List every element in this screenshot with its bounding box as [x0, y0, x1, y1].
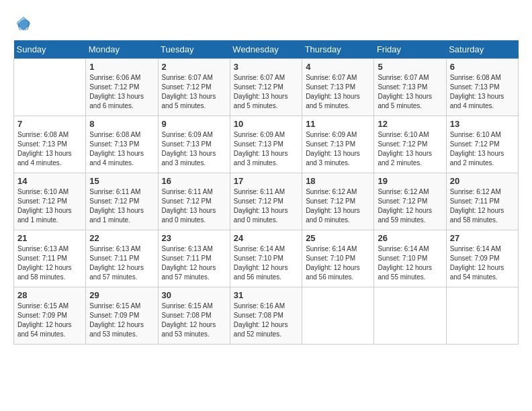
logo-icon	[13, 13, 34, 34]
day-number: 2	[162, 62, 226, 72]
calendar-cell: 16Sunrise: 6:11 AMSunset: 7:12 PMDayligh…	[158, 173, 230, 230]
calendar-week-row: 21Sunrise: 6:13 AMSunset: 7:11 PMDayligh…	[14, 230, 519, 287]
day-number: 6	[450, 62, 515, 72]
day-number: 1	[89, 62, 154, 72]
calendar-cell: 3Sunrise: 6:07 AMSunset: 7:12 PMDaylight…	[230, 59, 302, 116]
day-info: Sunrise: 6:06 AMSunset: 7:12 PMDaylight:…	[89, 73, 154, 111]
weekday-header-thursday: Thursday	[302, 40, 374, 59]
calendar-cell: 21Sunrise: 6:13 AMSunset: 7:11 PMDayligh…	[14, 230, 86, 287]
day-number: 20	[450, 176, 515, 186]
weekday-header-saturday: Saturday	[446, 40, 518, 59]
calendar-cell	[14, 59, 86, 116]
day-number: 9	[162, 119, 226, 129]
day-info: Sunrise: 6:15 AMSunset: 7:09 PMDaylight:…	[17, 302, 82, 339]
calendar-cell: 30Sunrise: 6:15 AMSunset: 7:08 PMDayligh…	[158, 287, 230, 345]
day-number: 4	[306, 62, 370, 72]
day-info: Sunrise: 6:07 AMSunset: 7:12 PMDaylight:…	[162, 73, 226, 111]
calendar-cell: 1Sunrise: 6:06 AMSunset: 7:12 PMDaylight…	[86, 59, 158, 116]
day-info: Sunrise: 6:15 AMSunset: 7:08 PMDaylight:…	[162, 302, 226, 339]
day-info: Sunrise: 6:11 AMSunset: 7:12 PMDaylight:…	[89, 187, 154, 225]
day-info: Sunrise: 6:11 AMSunset: 7:12 PMDaylight:…	[162, 187, 226, 225]
day-number: 10	[234, 119, 298, 129]
calendar-cell: 25Sunrise: 6:14 AMSunset: 7:10 PMDayligh…	[302, 230, 374, 287]
calendar-cell	[374, 287, 446, 345]
day-info: Sunrise: 6:11 AMSunset: 7:12 PMDaylight:…	[234, 187, 298, 225]
day-number: 27	[450, 233, 515, 243]
day-info: Sunrise: 6:13 AMSunset: 7:11 PMDaylight:…	[17, 244, 82, 282]
day-number: 13	[450, 119, 515, 129]
day-info: Sunrise: 6:14 AMSunset: 7:10 PMDaylight:…	[234, 244, 298, 282]
page-header	[13, 13, 519, 34]
weekday-header-tuesday: Tuesday	[158, 40, 230, 59]
day-number: 28	[17, 290, 82, 300]
weekday-header-monday: Monday	[86, 40, 158, 59]
day-number: 14	[17, 176, 82, 186]
calendar-cell: 13Sunrise: 6:10 AMSunset: 7:12 PMDayligh…	[446, 116, 518, 173]
calendar-cell	[446, 287, 518, 345]
calendar-cell: 8Sunrise: 6:08 AMSunset: 7:13 PMDaylight…	[86, 116, 158, 173]
weekday-header-row: SundayMondayTuesdayWednesdayThursdayFrid…	[14, 40, 519, 59]
day-number: 7	[17, 119, 82, 129]
day-info: Sunrise: 6:13 AMSunset: 7:11 PMDaylight:…	[162, 244, 226, 282]
day-info: Sunrise: 6:07 AMSunset: 7:13 PMDaylight:…	[306, 73, 370, 111]
calendar-cell: 27Sunrise: 6:14 AMSunset: 7:09 PMDayligh…	[446, 230, 518, 287]
day-number: 11	[306, 119, 370, 129]
day-number: 8	[89, 119, 154, 129]
calendar-cell: 15Sunrise: 6:11 AMSunset: 7:12 PMDayligh…	[86, 173, 158, 230]
calendar-cell: 24Sunrise: 6:14 AMSunset: 7:10 PMDayligh…	[230, 230, 302, 287]
calendar-cell: 14Sunrise: 6:10 AMSunset: 7:12 PMDayligh…	[14, 173, 86, 230]
day-info: Sunrise: 6:15 AMSunset: 7:09 PMDaylight:…	[89, 302, 154, 339]
calendar-cell: 19Sunrise: 6:12 AMSunset: 7:12 PMDayligh…	[374, 173, 446, 230]
calendar-week-row: 7Sunrise: 6:08 AMSunset: 7:13 PMDaylight…	[14, 116, 519, 173]
calendar-cell: 23Sunrise: 6:13 AMSunset: 7:11 PMDayligh…	[158, 230, 230, 287]
day-info: Sunrise: 6:12 AMSunset: 7:12 PMDaylight:…	[378, 187, 442, 225]
day-info: Sunrise: 6:12 AMSunset: 7:12 PMDaylight:…	[306, 187, 370, 225]
day-info: Sunrise: 6:10 AMSunset: 7:12 PMDaylight:…	[378, 130, 442, 168]
day-number: 24	[234, 233, 298, 243]
day-number: 29	[89, 290, 154, 300]
day-number: 3	[234, 62, 298, 72]
calendar-cell: 6Sunrise: 6:08 AMSunset: 7:13 PMDaylight…	[446, 59, 518, 116]
calendar-cell: 26Sunrise: 6:14 AMSunset: 7:10 PMDayligh…	[374, 230, 446, 287]
day-info: Sunrise: 6:08 AMSunset: 7:13 PMDaylight:…	[450, 73, 515, 111]
calendar-header: SundayMondayTuesdayWednesdayThursdayFrid…	[14, 40, 519, 59]
calendar-cell: 20Sunrise: 6:12 AMSunset: 7:11 PMDayligh…	[446, 173, 518, 230]
calendar-cell: 5Sunrise: 6:07 AMSunset: 7:13 PMDaylight…	[374, 59, 446, 116]
calendar-cell: 12Sunrise: 6:10 AMSunset: 7:12 PMDayligh…	[374, 116, 446, 173]
day-info: Sunrise: 6:08 AMSunset: 7:13 PMDaylight:…	[89, 130, 154, 168]
day-info: Sunrise: 6:07 AMSunset: 7:13 PMDaylight:…	[378, 73, 442, 111]
calendar-body: 1Sunrise: 6:06 AMSunset: 7:12 PMDaylight…	[14, 59, 519, 345]
day-info: Sunrise: 6:09 AMSunset: 7:13 PMDaylight:…	[306, 130, 370, 168]
day-number: 16	[162, 176, 226, 186]
day-info: Sunrise: 6:14 AMSunset: 7:10 PMDaylight:…	[378, 244, 442, 282]
day-info: Sunrise: 6:09 AMSunset: 7:13 PMDaylight:…	[162, 130, 226, 168]
calendar-table: SundayMondayTuesdayWednesdayThursdayFrid…	[13, 40, 519, 345]
calendar-cell: 17Sunrise: 6:11 AMSunset: 7:12 PMDayligh…	[230, 173, 302, 230]
calendar-cell: 28Sunrise: 6:15 AMSunset: 7:09 PMDayligh…	[14, 287, 86, 345]
calendar-week-row: 28Sunrise: 6:15 AMSunset: 7:09 PMDayligh…	[14, 287, 519, 345]
calendar-cell: 31Sunrise: 6:16 AMSunset: 7:08 PMDayligh…	[230, 287, 302, 345]
day-info: Sunrise: 6:12 AMSunset: 7:11 PMDaylight:…	[450, 187, 515, 225]
calendar-cell: 7Sunrise: 6:08 AMSunset: 7:13 PMDaylight…	[14, 116, 86, 173]
day-info: Sunrise: 6:10 AMSunset: 7:12 PMDaylight:…	[450, 130, 515, 168]
day-number: 30	[162, 290, 226, 300]
day-number: 22	[89, 233, 154, 243]
weekday-header-sunday: Sunday	[14, 40, 86, 59]
day-number: 31	[234, 290, 298, 300]
day-number: 15	[89, 176, 154, 186]
day-number: 17	[234, 176, 298, 186]
day-number: 26	[378, 233, 442, 243]
calendar-week-row: 1Sunrise: 6:06 AMSunset: 7:12 PMDaylight…	[14, 59, 519, 116]
day-info: Sunrise: 6:09 AMSunset: 7:13 PMDaylight:…	[234, 130, 298, 168]
calendar-cell: 10Sunrise: 6:09 AMSunset: 7:13 PMDayligh…	[230, 116, 302, 173]
calendar-week-row: 14Sunrise: 6:10 AMSunset: 7:12 PMDayligh…	[14, 173, 519, 230]
calendar-cell: 29Sunrise: 6:15 AMSunset: 7:09 PMDayligh…	[86, 287, 158, 345]
logo	[13, 13, 36, 34]
calendar-cell: 22Sunrise: 6:13 AMSunset: 7:11 PMDayligh…	[86, 230, 158, 287]
day-number: 18	[306, 176, 370, 186]
calendar-cell: 4Sunrise: 6:07 AMSunset: 7:13 PMDaylight…	[302, 59, 374, 116]
day-info: Sunrise: 6:13 AMSunset: 7:11 PMDaylight:…	[89, 244, 154, 282]
day-number: 21	[17, 233, 82, 243]
day-info: Sunrise: 6:14 AMSunset: 7:09 PMDaylight:…	[450, 244, 515, 282]
calendar-cell: 2Sunrise: 6:07 AMSunset: 7:12 PMDaylight…	[158, 59, 230, 116]
